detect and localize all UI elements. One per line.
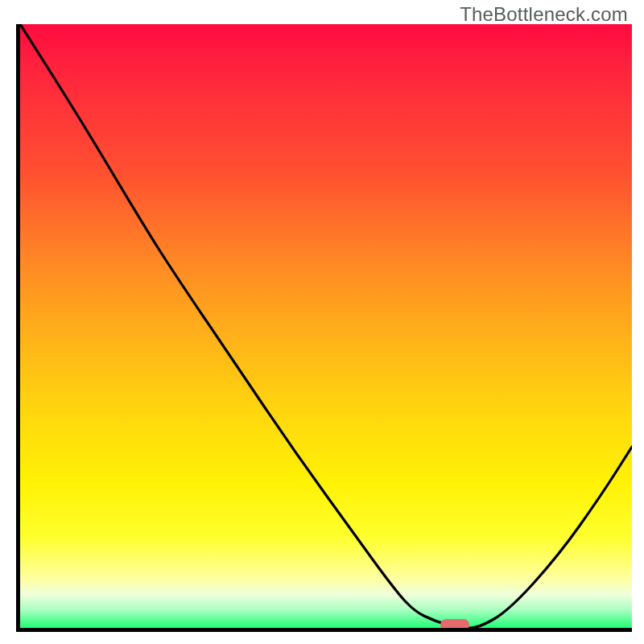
plot-area — [16, 24, 632, 632]
sweet-spot-marker — [440, 619, 469, 630]
chart-container: TheBottleneck.com — [0, 0, 644, 644]
bottleneck-curve-path — [20, 24, 632, 628]
watermark: TheBottleneck.com — [460, 3, 628, 26]
curve-svg — [20, 24, 632, 628]
